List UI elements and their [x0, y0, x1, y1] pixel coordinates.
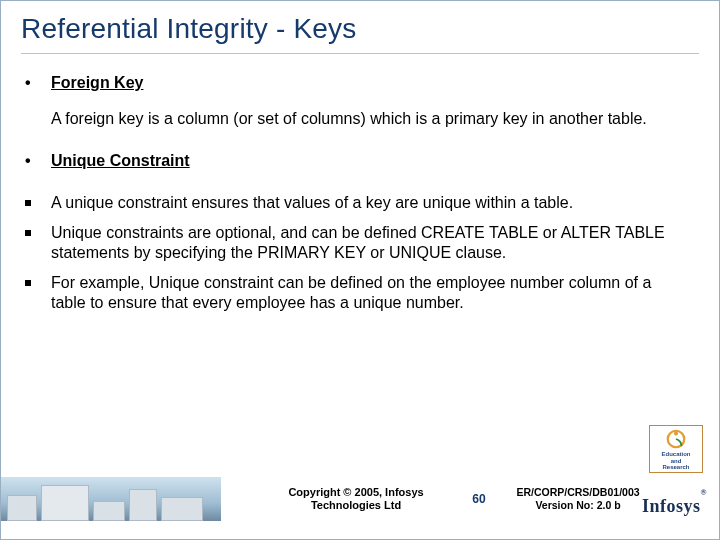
- document-reference: ER/CORP/CRS/DB01/003 Version No: 2.0 b: [503, 486, 653, 511]
- building-icon: [161, 497, 203, 521]
- edu-logo-line1: Education: [652, 451, 700, 458]
- docref-line1: ER/CORP/CRS/DB01/003: [503, 486, 653, 499]
- slide-body: • Foreign Key A foreign key is a column …: [25, 73, 689, 323]
- footer-separator: [1, 474, 719, 475]
- edu-logo-line3: Research: [652, 464, 700, 471]
- building-icon: [129, 489, 157, 521]
- infosys-logo-text: Infosys: [642, 496, 701, 516]
- building-icon: [41, 485, 89, 521]
- uc-bullet-2: Unique constraints are optional, and can…: [25, 223, 689, 263]
- registered-icon: ®: [701, 488, 707, 497]
- bullet-foreign-key-heading: • Foreign Key: [25, 73, 689, 93]
- copyright-line1: Copyright © 2005, Infosys: [261, 486, 451, 499]
- bullet-square-icon: [25, 223, 51, 263]
- copyright-line2: Technologies Ltd: [261, 499, 451, 512]
- slide: Referential Integrity - Keys • Foreign K…: [0, 0, 720, 540]
- campus-photo-strip: [1, 477, 221, 521]
- building-icon: [93, 501, 125, 521]
- bullet-square-icon: [25, 273, 51, 313]
- docref-line2: Version No: 2.0 b: [503, 499, 653, 512]
- title-underline: [21, 53, 699, 54]
- fk-heading-text: Foreign Key: [51, 73, 689, 93]
- uc-bullet-2-text: Unique constraints are optional, and can…: [51, 223, 689, 263]
- infosys-logo: Infosys®: [642, 496, 707, 517]
- uc-bullet-3: For example, Unique constraint can be de…: [25, 273, 689, 313]
- copyright-block: Copyright © 2005, Infosys Technologies L…: [261, 486, 451, 512]
- building-icon: [7, 495, 37, 521]
- svg-point-1: [674, 431, 678, 435]
- edu-logo-line2: and: [652, 458, 700, 465]
- bullet-dot-icon: •: [25, 73, 51, 93]
- uc-bullet-1: A unique constraint ensures that values …: [25, 193, 689, 213]
- slide-number: 60: [459, 492, 499, 506]
- uc-bullet-3-text: For example, Unique constraint can be de…: [51, 273, 689, 313]
- uc-heading-text: Unique Constraint: [51, 151, 689, 171]
- bullet-dot-icon: •: [25, 151, 51, 171]
- footer: Copyright © 2005, Infosys Technologies L…: [1, 477, 719, 521]
- slide-title: Referential Integrity - Keys: [21, 13, 699, 45]
- fk-body-text: A foreign key is a column (or set of col…: [51, 109, 689, 129]
- uc-bullet-1-text: A unique constraint ensures that values …: [51, 193, 689, 213]
- bullet-unique-heading: • Unique Constraint: [25, 151, 689, 171]
- education-research-logo: Education and Research: [649, 425, 703, 473]
- bullet-square-icon: [25, 193, 51, 213]
- swirl-icon: [665, 428, 687, 450]
